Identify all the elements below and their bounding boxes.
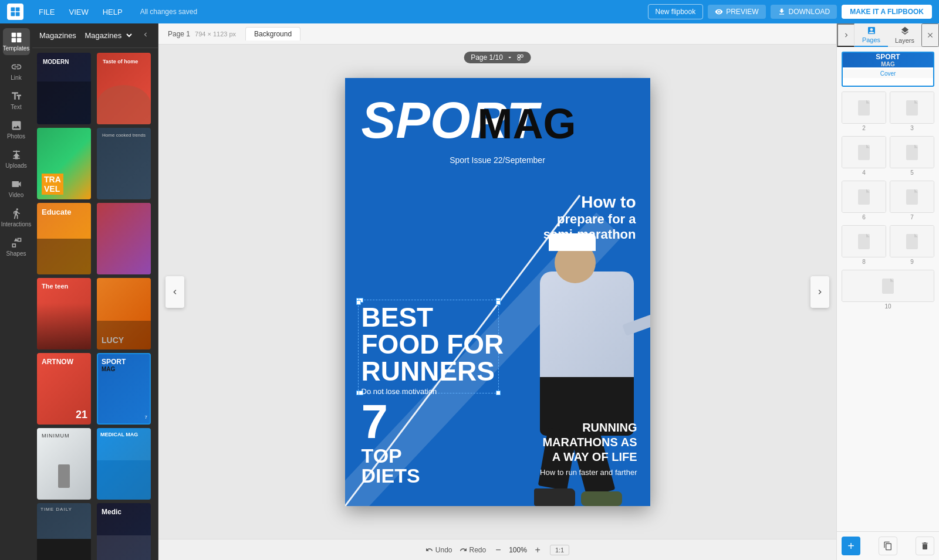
template-thumb-educate[interactable]: Educate bbox=[37, 203, 91, 274]
sidebar-item-interactions[interactable]: Interactions bbox=[3, 204, 30, 231]
logo-icon[interactable] bbox=[7, 4, 23, 20]
page-pair-23: 2 3 bbox=[842, 91, 934, 131]
save-status: All changes saved bbox=[140, 8, 197, 16]
svg-rect-1 bbox=[16, 8, 20, 12]
page-thumb-6[interactable] bbox=[842, 181, 886, 213]
bestfood-line2: FOOD FOR bbox=[362, 331, 504, 358]
template-thumb-taste[interactable]: Taste of home bbox=[97, 53, 151, 124]
canvas-wrapper: Page 1/10 bbox=[158, 45, 836, 539]
delete-page-button[interactable] bbox=[916, 537, 934, 555]
template-thumb-fashion[interactable] bbox=[97, 203, 151, 274]
sidebar-item-video[interactable]: Video bbox=[3, 175, 30, 202]
sidebar-item-photos[interactable]: Photos bbox=[3, 116, 30, 143]
template-thumb-medic[interactable]: Medic bbox=[97, 503, 151, 560]
page-pair-45: 4 5 bbox=[842, 136, 934, 176]
collapse-panel-button[interactable] bbox=[140, 29, 151, 42]
page-num-3: 3 bbox=[890, 125, 934, 131]
templates-dropdown[interactable]: Magazines Brochures Newsletters bbox=[82, 30, 134, 40]
page-indicator[interactable]: Page 1/10 bbox=[464, 52, 531, 63]
doc-icon-7 bbox=[906, 189, 918, 205]
nav-arrow-right[interactable] bbox=[810, 276, 829, 308]
page-pair-item-5: 5 bbox=[890, 136, 934, 176]
template-thumb-travel[interactable]: TRAVEL bbox=[37, 128, 91, 199]
page-pair-item-2: 2 bbox=[842, 91, 886, 131]
tab-layers[interactable]: Layers bbox=[888, 23, 921, 47]
new-flipbook-button[interactable]: New flipbook bbox=[648, 4, 704, 19]
content-area: Page 1 794 × 1123 px Background Page 1/1… bbox=[158, 23, 836, 560]
add-page-button[interactable]: + bbox=[842, 537, 860, 555]
undo-button[interactable]: Undo bbox=[425, 546, 452, 554]
page-thumb-3[interactable] bbox=[890, 91, 934, 124]
redo-button[interactable]: Redo bbox=[460, 546, 487, 554]
magazine-subtitle: Sport Issue 22/September bbox=[450, 155, 545, 165]
download-button[interactable]: DOWNLOAD bbox=[771, 5, 837, 19]
magazine-bestfood: BEST FOOD FOR RUNNERS Do not lose motiva… bbox=[362, 304, 504, 396]
preview-button[interactable]: PREVIEW bbox=[708, 5, 765, 19]
page-pair-item-3: 3 bbox=[890, 91, 934, 131]
left-sidebar: Templates Link Text Photos Uploads Video… bbox=[0, 23, 32, 560]
svg-rect-7 bbox=[16, 38, 21, 43]
doc-icon-5 bbox=[906, 145, 918, 160]
duplicate-page-button[interactable] bbox=[879, 537, 897, 555]
make-flipbook-button[interactable]: MAKE IT A FLIPBOOK bbox=[842, 5, 932, 19]
page-thumb-5[interactable] bbox=[890, 136, 934, 168]
sidebar-item-uploads[interactable]: Uploads bbox=[3, 145, 30, 172]
sidebar-item-text[interactable]: Text bbox=[3, 87, 30, 114]
howto-title: How to bbox=[543, 192, 636, 212]
cover-label: Cover bbox=[843, 69, 933, 78]
page-thumb-8[interactable] bbox=[842, 225, 886, 257]
menu-file[interactable]: FILE bbox=[33, 5, 60, 19]
page-pair-item-4: 4 bbox=[842, 136, 886, 176]
menu-help[interactable]: HELP bbox=[97, 5, 129, 19]
template-thumb-lucy[interactable]: LUCY bbox=[97, 278, 151, 349]
sidebar-shapes-label: Shapes bbox=[6, 250, 26, 257]
zoom-out-button[interactable]: − bbox=[493, 545, 503, 555]
magazine-title-mag: MAG bbox=[478, 103, 576, 145]
template-thumb-teen[interactable]: The teen bbox=[37, 278, 91, 349]
template-thumb-food[interactable]: Home cooked trends bbox=[97, 128, 151, 199]
page-pair-item-10: 10 bbox=[842, 270, 934, 310]
nav-arrow-left[interactable] bbox=[165, 276, 184, 308]
top-diets-label: TOPDIETS bbox=[362, 446, 420, 486]
preview-label: PREVIEW bbox=[726, 8, 758, 16]
page-indicator-text: Page 1/10 bbox=[471, 53, 503, 62]
sidebar-item-shapes[interactable]: Shapes bbox=[3, 233, 30, 260]
sidebar-uploads-label: Uploads bbox=[5, 162, 27, 169]
bestfood-line1: BEST bbox=[362, 304, 504, 331]
page-pair-89: 8 9 bbox=[842, 225, 934, 265]
page-thumb-4[interactable] bbox=[842, 136, 886, 168]
menu-view[interactable]: VIEW bbox=[63, 5, 94, 19]
page-num-4: 4 bbox=[842, 169, 886, 176]
page-num-9: 9 bbox=[890, 259, 934, 265]
page-thumb-cover[interactable]: SPORT MAG Cover bbox=[842, 52, 934, 87]
tab-pages[interactable]: Pages bbox=[854, 23, 888, 47]
page-thumb-9[interactable] bbox=[890, 225, 934, 257]
redo-label: Redo bbox=[470, 546, 487, 554]
sidebar-item-link[interactable]: Link bbox=[3, 57, 30, 84]
template-thumb-modern[interactable]: MODERN bbox=[37, 53, 91, 124]
template-thumb-minimum[interactable]: MINIMUM bbox=[37, 428, 91, 500]
undo-label: Undo bbox=[435, 546, 452, 554]
magazine-7diets: 7 TOPDIETS bbox=[362, 398, 420, 486]
magazine-canvas: SPORT MAG Sport Issue 22/September How t… bbox=[345, 78, 650, 506]
template-thumb-artnow[interactable]: ARTNOW 21 bbox=[37, 353, 91, 425]
page-thumb-7[interactable] bbox=[890, 181, 934, 213]
sidebar-text-label: Text bbox=[11, 104, 21, 110]
breadcrumb-tab-background[interactable]: Background bbox=[245, 27, 300, 40]
panel-collapse-button[interactable] bbox=[837, 23, 854, 47]
template-thumb-medical[interactable]: MEDICAL MAG bbox=[97, 428, 151, 500]
page-thumb-2[interactable] bbox=[842, 91, 886, 124]
page-pair-item-7: 7 bbox=[890, 181, 934, 220]
page-pair-item-9: 9 bbox=[890, 225, 934, 265]
zoom-controls: − 100% + bbox=[493, 545, 543, 555]
svg-rect-8 bbox=[518, 55, 520, 57]
zoom-in-button[interactable]: + bbox=[533, 545, 543, 555]
template-thumb-time[interactable]: TIME DAILY bbox=[37, 503, 91, 560]
page-thumb-10[interactable] bbox=[842, 270, 934, 302]
panel-close-button[interactable] bbox=[921, 23, 939, 47]
topbar-right: New flipbook PREVIEW DOWNLOAD MAKE IT A … bbox=[648, 4, 933, 19]
sidebar-item-templates[interactable]: Templates bbox=[3, 28, 30, 55]
template-thumb-sport[interactable]: SPORT MAG 7 bbox=[97, 353, 151, 425]
ratio-button[interactable]: 1:1 bbox=[550, 545, 569, 555]
sidebar-video-label: Video bbox=[9, 192, 23, 198]
